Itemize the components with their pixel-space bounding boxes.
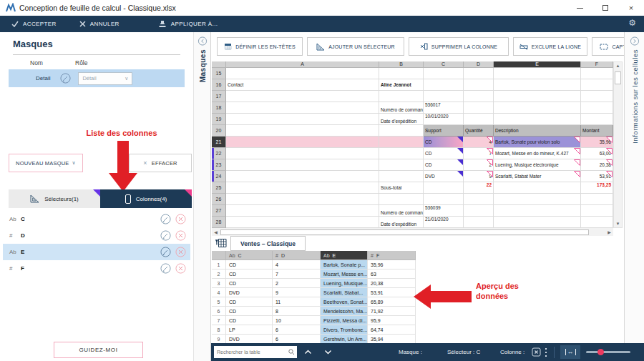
cell-F19[interactable] — [581, 114, 613, 125]
cell-D23[interactable]: 2 — [464, 159, 494, 171]
preview-cell-e-6[interactable]: Mendelssohn, Ma... — [321, 307, 368, 316]
tab-columns[interactable]: Colonnes(4) — [100, 189, 192, 208]
preview-cell-c-6[interactable]: CD — [226, 307, 273, 316]
row-header-21[interactable]: 21 — [212, 137, 226, 148]
delete-icon[interactable] — [175, 214, 186, 224]
cell-B15[interactable] — [379, 68, 424, 79]
row-header-27[interactable]: 27 — [212, 205, 226, 217]
cell-F16[interactable] — [581, 79, 613, 91]
cell-C15[interactable] — [424, 68, 464, 79]
cell-A16[interactable]: Contact — [226, 79, 379, 91]
preview-cell-e-5[interactable]: Beethoven, Sonat... — [321, 297, 368, 307]
cell-B18[interactable]: Numéro de commande — [379, 102, 424, 114]
search-input[interactable] — [214, 350, 288, 355]
scroll-left-icon[interactable]: ◀ — [212, 229, 220, 234]
cell-D27[interactable] — [464, 205, 494, 217]
row-header-23[interactable]: 23 — [212, 159, 226, 171]
cell-A17[interactable] — [226, 91, 379, 102]
preview-cell-c-3[interactable]: CD — [226, 279, 273, 288]
cell-A25[interactable] — [226, 182, 379, 194]
cell-E25[interactable] — [494, 182, 581, 194]
preview-cell-e-1[interactable]: Bartok, Sonate p... — [321, 260, 368, 269]
preview-cell-d-5[interactable]: 11 — [273, 297, 321, 307]
preview-cell-d-4[interactable]: 9 — [273, 288, 321, 297]
preview-row-number-2[interactable]: 2 — [212, 269, 226, 279]
cell-B24[interactable] — [379, 171, 424, 182]
cell-info-side-strip[interactable]: Informations sur les cellules — [624, 32, 644, 343]
vertical-scrollbar[interactable]: ▲ ▼ — [613, 61, 623, 228]
row-header-20[interactable]: 20 — [212, 125, 226, 137]
cell-D20[interactable]: Quantité — [464, 125, 494, 137]
cell-C22[interactable]: CD — [424, 148, 464, 159]
list-item-d[interactable]: # D — [0, 227, 193, 244]
table-search-box[interactable] — [214, 346, 297, 358]
preview-row-number-7[interactable]: 7 — [212, 316, 226, 325]
preview-row-number-8[interactable]: 8 — [212, 325, 226, 335]
cell-C28[interactable]: 21/01/2020 — [424, 217, 464, 228]
row-header-16[interactable]: 16 — [212, 79, 226, 91]
cell-A20[interactable] — [226, 125, 379, 137]
cell-D19[interactable] — [464, 114, 494, 125]
horizontal-scrollbar[interactable]: ◀ ▶ — [212, 228, 613, 236]
cell-C21[interactable]: CD — [424, 137, 464, 148]
cell-D24[interactable]: 9 — [464, 171, 494, 182]
mask-row[interactable]: Detail Détail ∨ — [9, 69, 185, 87]
column-header-b[interactable]: B — [379, 61, 424, 68]
preview-cell-f-5[interactable]: 65,89 — [368, 297, 416, 307]
corner-cell[interactable] — [212, 61, 226, 68]
preview-cell-d-6[interactable]: 8 — [273, 307, 321, 316]
preview-row-number-3[interactable]: 3 — [212, 279, 226, 288]
cell-B17[interactable] — [379, 91, 424, 102]
cell-B23[interactable] — [379, 159, 424, 171]
cell-B27[interactable]: Numéro de commande — [379, 205, 424, 217]
cell-E18[interactable] — [494, 102, 581, 114]
preview-cell-e-2[interactable]: Mozart, Messe en... — [321, 269, 368, 279]
exclude-row-button[interactable]: EXCLURE LA LIGNE — [513, 37, 587, 56]
preview-header-d[interactable]: #D — [273, 251, 321, 260]
cell-C27[interactable]: 536039 — [424, 205, 464, 217]
preview-header-e-selected[interactable]: AbE — [321, 251, 368, 260]
cell-F27[interactable] — [581, 205, 613, 217]
cell-E21[interactable]: Bartok, Sonate pour violon solo — [494, 137, 581, 148]
preview-cell-c-7[interactable]: CD — [226, 316, 273, 325]
preview-cell-d-1[interactable]: 4 — [273, 260, 321, 269]
preview-row-number-5[interactable]: 5 — [212, 297, 226, 307]
cell-A26[interactable] — [226, 194, 379, 205]
cell-B22[interactable] — [379, 148, 424, 159]
cell-A19[interactable] — [226, 114, 379, 125]
preview-cell-f-6[interactable]: 71,92 — [368, 307, 416, 316]
cell-A22[interactable] — [226, 148, 379, 159]
cell-F26[interactable] — [581, 194, 613, 205]
edit-icon[interactable] — [160, 230, 171, 241]
preview-cell-e-4[interactable]: Scarlatti, Stabat... — [321, 288, 368, 297]
preview-cell-d-3[interactable]: 2 — [273, 279, 321, 288]
cell-A24[interactable] — [226, 171, 379, 182]
preview-cell-c-5[interactable]: CD — [226, 297, 273, 307]
cell-C19[interactable]: 10/01/2020 — [424, 114, 464, 125]
preview-header-f[interactable]: #F — [368, 251, 416, 260]
cell-F24[interactable]: 53,91 — [581, 171, 613, 182]
cell-E19[interactable] — [494, 114, 581, 125]
apply-to-button[interactable]: APPLIQUER À... — [147, 16, 230, 32]
collapse-icon[interactable] — [630, 36, 639, 49]
cell-D18[interactable] — [464, 102, 494, 114]
cell-C26[interactable] — [424, 194, 464, 205]
cell-C23[interactable]: CD — [424, 159, 464, 171]
cell-A23[interactable] — [226, 159, 379, 171]
column-header-e-selected[interactable]: E — [494, 61, 581, 68]
cell-E16[interactable] — [494, 79, 581, 91]
cell-F23[interactable]: 20,38 — [581, 159, 613, 171]
row-header-19[interactable]: 19 — [212, 114, 226, 125]
zoom-slider-thumb[interactable] — [597, 349, 604, 355]
cell-E22[interactable]: Mozart, Messe en do mineur, K.427 — [494, 148, 581, 159]
accept-button[interactable]: ACCEPTER — [0, 16, 68, 32]
table-filter-icon[interactable] — [215, 238, 227, 251]
list-item-f[interactable]: # F — [0, 260, 193, 277]
preview-cell-f-2[interactable]: 63 — [368, 269, 416, 279]
edit-mask-icon[interactable] — [60, 73, 71, 84]
cell-D21[interactable]: 4 — [464, 137, 494, 148]
cell-E28[interactable] — [494, 217, 581, 228]
cell-C24[interactable]: DVD — [424, 171, 464, 182]
add-selector-button[interactable]: AJOUTER UN SÉLECTEUR — [307, 37, 404, 56]
scroll-right-icon[interactable]: ▶ — [605, 229, 613, 234]
